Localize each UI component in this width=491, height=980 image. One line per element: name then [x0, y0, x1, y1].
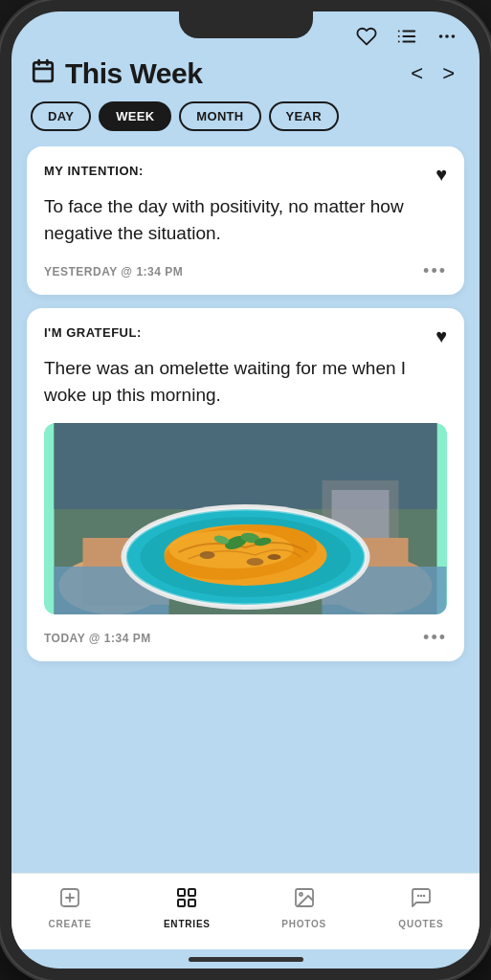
phone-frame: This Week < > DAY WEEK MONTH YEAR MY INT… — [0, 0, 491, 980]
intention-card: MY INTENTION: ♥ To face the day with pos… — [27, 146, 464, 295]
heart-nav-icon[interactable] — [353, 23, 380, 50]
svg-point-45 — [300, 893, 302, 896]
prev-arrow[interactable]: < — [405, 57, 429, 90]
svg-point-8 — [440, 35, 442, 37]
svg-rect-41 — [189, 889, 195, 896]
nav-label-create: CREATE — [49, 919, 92, 929]
card-label-2: I'M GRATEFUL: — [44, 325, 142, 340]
svg-point-35 — [247, 558, 264, 566]
svg-rect-43 — [189, 900, 195, 906]
nav-item-quotes[interactable]: QUOTES — [392, 886, 450, 929]
nav-item-entries[interactable]: ENTRIES — [158, 886, 215, 929]
nav-item-create[interactable]: CREATE — [41, 886, 99, 929]
photos-icon — [293, 886, 316, 915]
filter-day[interactable]: DAY — [31, 101, 91, 131]
nav-label-entries: ENTRIES — [164, 919, 211, 929]
nav-arrows: < > — [405, 57, 460, 90]
svg-rect-9 — [33, 62, 53, 81]
home-indicator — [11, 949, 480, 969]
favorite-btn-1[interactable]: ♥ — [435, 164, 447, 186]
grateful-card: I'M GRATEFUL: ♥ There was an omelette wa… — [27, 308, 464, 661]
card-header-2: I'M GRATEFUL: ♥ — [44, 325, 447, 347]
food-image — [44, 423, 447, 614]
svg-point-33 — [200, 551, 215, 559]
calendar-icon — [31, 58, 56, 89]
card-timestamp-1: YESTERDAY @ 1:34 PM — [44, 265, 183, 278]
more-options-icon[interactable] — [434, 23, 460, 50]
card-more-btn-1[interactable]: ••• — [423, 261, 447, 281]
bottom-nav: CREATE ENTRIES — [11, 873, 480, 949]
notch — [179, 11, 313, 38]
svg-point-7 — [453, 35, 455, 37]
filter-week[interactable]: WEEK — [99, 101, 171, 131]
list-icon[interactable] — [393, 23, 420, 50]
card-footer-1: YESTERDAY @ 1:34 PM ••• — [44, 261, 447, 281]
nav-item-photos[interactable]: PHOTOS — [276, 886, 333, 929]
create-icon — [58, 886, 81, 915]
entries-icon — [175, 886, 198, 915]
nav-label-quotes: QUOTES — [398, 919, 443, 929]
svg-rect-40 — [178, 889, 185, 896]
filter-year[interactable]: YEAR — [269, 101, 339, 131]
page-title: This Week — [65, 57, 202, 90]
card-header-1: MY INTENTION: ♥ — [44, 164, 447, 186]
filter-row: DAY WEEK MONTH YEAR — [11, 101, 480, 146]
card-timestamp-2: TODAY @ 1:34 PM — [44, 632, 151, 645]
card-label-1: MY INTENTION: — [44, 164, 144, 178]
phone-screen: This Week < > DAY WEEK MONTH YEAR MY INT… — [11, 11, 480, 969]
card-more-btn-2[interactable]: ••• — [423, 628, 447, 648]
next-arrow[interactable]: > — [436, 57, 460, 90]
home-bar — [189, 957, 303, 962]
header: This Week < > — [11, 54, 480, 101]
quotes-icon — [410, 886, 433, 915]
card-footer-2: TODAY @ 1:34 PM ••• — [44, 628, 447, 648]
svg-point-34 — [268, 554, 281, 560]
svg-rect-42 — [178, 900, 185, 906]
card-body-2: There was an omelette waiting for me whe… — [44, 355, 447, 408]
favorite-btn-2[interactable]: ♥ — [435, 325, 447, 347]
content-scroll: MY INTENTION: ♥ To face the day with pos… — [11, 146, 480, 873]
svg-point-6 — [446, 35, 448, 37]
nav-label-photos: PHOTOS — [281, 919, 326, 929]
filter-month[interactable]: MONTH — [179, 101, 260, 131]
card-body-1: To face the day with positivity, no matt… — [44, 193, 447, 246]
status-icons — [353, 23, 460, 50]
header-title-group: This Week — [31, 57, 202, 90]
